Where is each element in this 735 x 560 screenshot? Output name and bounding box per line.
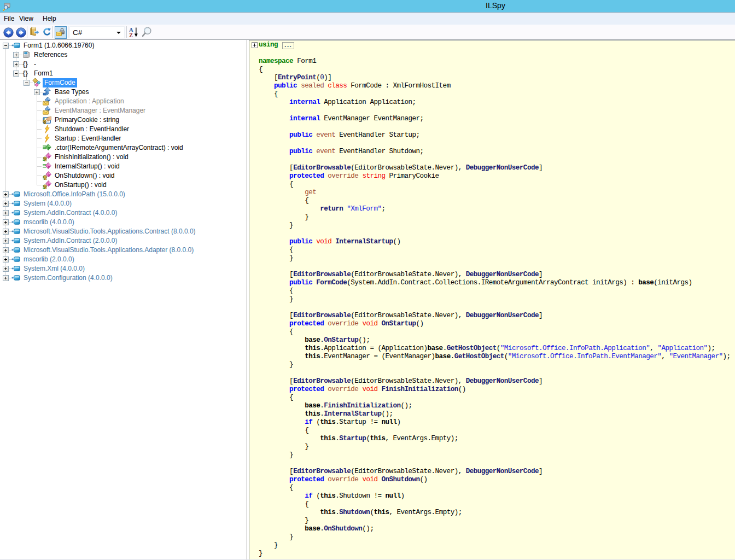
svg-text:{}: {} bbox=[23, 69, 28, 77]
svg-text:Z: Z bbox=[129, 32, 133, 38]
svg-text:{}: {} bbox=[23, 60, 28, 68]
